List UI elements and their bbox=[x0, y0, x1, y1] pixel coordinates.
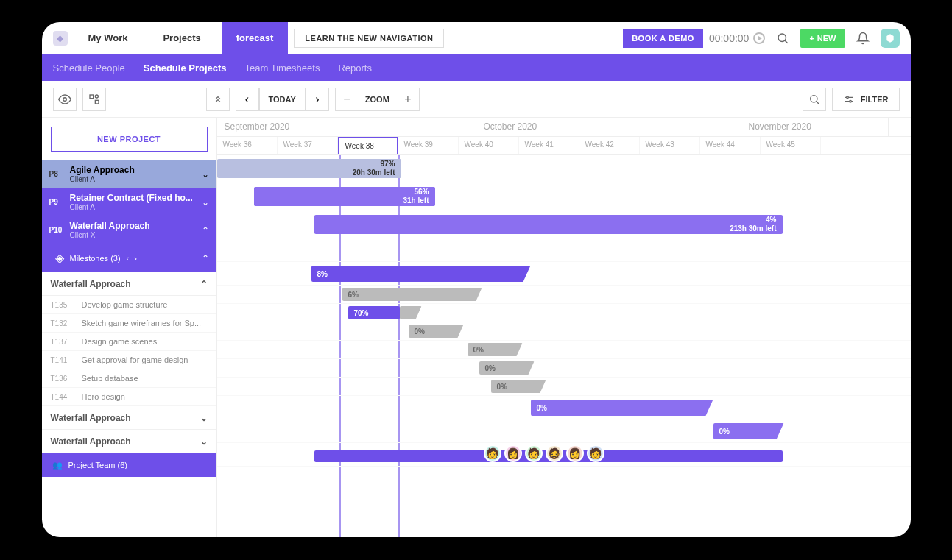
bar-percent: 0% bbox=[473, 346, 484, 354]
new-button[interactable]: +NEW bbox=[800, 29, 845, 48]
task-row[interactable]: T137Design game scenes bbox=[42, 333, 216, 351]
gantt-bar-tail[interactable] bbox=[400, 306, 422, 319]
bar-percent: 8% bbox=[317, 270, 328, 278]
gantt-row-phase: 0% bbox=[217, 419, 911, 443]
chevron-up-icon[interactable]: ⌃ bbox=[200, 279, 208, 289]
gantt-bar[interactable]: 4%213h 30m left bbox=[314, 215, 783, 234]
subnav-timesheets[interactable]: Team Timesheets bbox=[245, 63, 320, 74]
chevron-down-icon[interactable]: ⌄ bbox=[202, 197, 209, 208]
today-button[interactable]: TODAY bbox=[259, 88, 306, 111]
week-label[interactable]: Week 43 bbox=[640, 137, 700, 154]
task-id: T137 bbox=[51, 338, 74, 346]
gantt-row-task: 0% bbox=[217, 359, 911, 378]
task-id: T135 bbox=[51, 301, 74, 309]
week-label[interactable]: Week 37 bbox=[278, 137, 338, 154]
gantt-bar[interactable]: 0% bbox=[468, 343, 523, 356]
chevron-down-icon[interactable]: ⌄ bbox=[200, 436, 208, 447]
milestone-nav-icon[interactable]: ‹ › bbox=[127, 254, 138, 263]
eye-icon[interactable] bbox=[53, 88, 77, 111]
next-button[interactable]: › bbox=[306, 88, 329, 111]
gantt-bar[interactable]: 97%20h 30m left bbox=[217, 159, 401, 178]
nav-projects[interactable]: Projects bbox=[148, 22, 215, 54]
app-window: ◆ My Work Projects forecast LEARN THE NE… bbox=[42, 22, 911, 537]
team-avatar[interactable]: 🧑 bbox=[525, 444, 543, 462]
logo-icon[interactable]: ◆ bbox=[53, 31, 68, 46]
project-name: Waterfall Approach bbox=[70, 221, 202, 231]
week-label[interactable]: Week 38 bbox=[338, 137, 398, 154]
nav-forecast[interactable]: forecast bbox=[222, 22, 289, 54]
week-label[interactable]: Week 39 bbox=[398, 137, 459, 154]
chevron-up-icon[interactable]: ⌃ bbox=[202, 225, 209, 235]
search-icon[interactable] bbox=[771, 26, 794, 50]
gantt-bar[interactable]: 56%31h left bbox=[254, 187, 435, 206]
search-timeline-icon[interactable] bbox=[803, 88, 826, 111]
prev-button[interactable]: ‹ bbox=[236, 88, 259, 111]
phase-row[interactable]: Waterfall Approach⌃ bbox=[42, 272, 216, 296]
gantt-bar[interactable]: 0% bbox=[531, 400, 713, 416]
collapse-icon[interactable] bbox=[206, 88, 230, 111]
team-avatar[interactable]: 👩 bbox=[504, 444, 522, 462]
zoom-out-button[interactable]: − bbox=[336, 93, 358, 106]
task-row[interactable]: T132Sketch game wireframes for Sp... bbox=[42, 314, 216, 333]
task-id: T136 bbox=[51, 375, 74, 383]
phase-row[interactable]: Waterfall Approach⌄ bbox=[42, 406, 216, 430]
svg-line-1 bbox=[785, 40, 788, 43]
timer-display[interactable]: 00:00:00 bbox=[709, 32, 766, 44]
phase-row[interactable]: Waterfall Approach⌄ bbox=[42, 430, 216, 453]
chevron-up-icon[interactable]: ⌃ bbox=[202, 253, 209, 263]
task-name: Design game scenes bbox=[82, 337, 158, 346]
project-row-p9[interactable]: P9 Retainer Contract (Fixed ho...Client … bbox=[42, 188, 216, 216]
gantt-row-p10: 4%213h 30m left bbox=[217, 210, 911, 238]
gantt-bar[interactable]: 8% bbox=[311, 266, 531, 282]
svg-point-11 bbox=[849, 100, 851, 102]
week-label[interactable]: Week 42 bbox=[579, 137, 640, 154]
subnav-schedule-people[interactable]: Schedule People bbox=[53, 63, 125, 74]
chevron-down-icon[interactable]: ⌄ bbox=[202, 169, 209, 180]
gantt-bar[interactable]: 0% bbox=[713, 423, 784, 439]
learn-navigation-button[interactable]: LEARN THE NEW NAVIGATION bbox=[294, 29, 444, 48]
gantt-bar[interactable]: 6% bbox=[342, 288, 482, 301]
nav-my-work[interactable]: My Work bbox=[74, 22, 143, 54]
filter-button[interactable]: FILTER bbox=[832, 88, 900, 111]
gantt-bar[interactable]: 70% bbox=[348, 306, 400, 319]
week-label[interactable]: Week 45 bbox=[761, 137, 821, 154]
milestones-row[interactable]: ◈ Milestones (3) ‹ › ⌃ bbox=[42, 244, 216, 272]
gantt-bar[interactable]: 0% bbox=[491, 380, 546, 393]
book-demo-button[interactable]: BOOK A DEMO bbox=[623, 29, 703, 48]
gantt-bar[interactable]: 0% bbox=[479, 361, 535, 375]
timer-play-icon[interactable] bbox=[753, 32, 765, 44]
team-avatar[interactable]: 🧔 bbox=[546, 444, 563, 462]
chevron-down-icon[interactable]: ⌄ bbox=[200, 413, 208, 423]
bar-percent: 6% bbox=[348, 291, 359, 299]
subnav-schedule-projects[interactable]: Schedule Projects bbox=[144, 63, 227, 74]
task-name: Develop game structure bbox=[82, 300, 168, 309]
task-row[interactable]: T141Get approval for game design bbox=[42, 351, 216, 369]
project-row-p8[interactable]: P8 Agile ApproachClient A ⌄ bbox=[42, 160, 216, 188]
team-avatar[interactable]: 👩 bbox=[566, 444, 584, 462]
zoom-in-button[interactable]: + bbox=[397, 93, 419, 106]
layout-icon[interactable] bbox=[82, 88, 106, 111]
task-id: T132 bbox=[51, 319, 74, 327]
gantt-row-phase: 8% bbox=[217, 262, 911, 286]
task-row[interactable]: T144Hero design bbox=[42, 388, 216, 406]
new-project-button[interactable]: NEW PROJECT bbox=[51, 127, 208, 152]
task-row[interactable]: T135Develop game structure bbox=[42, 296, 216, 314]
week-label[interactable]: Week 36 bbox=[217, 137, 278, 154]
project-name: Agile Approach bbox=[70, 165, 202, 175]
gantt-bar[interactable]: 0% bbox=[409, 325, 464, 338]
user-avatar[interactable] bbox=[881, 29, 900, 48]
week-label[interactable]: Week 40 bbox=[459, 137, 519, 154]
month-label: November 2020 bbox=[741, 118, 889, 136]
subnav-reports[interactable]: Reports bbox=[338, 63, 372, 74]
timer-value: 00:00:00 bbox=[709, 32, 750, 44]
project-row-p10[interactable]: P10 Waterfall ApproachClient X ⌃ bbox=[42, 216, 216, 244]
task-row[interactable]: T136Setup database bbox=[42, 369, 216, 388]
week-label[interactable]: Week 41 bbox=[519, 137, 579, 154]
bar-time-left: 20h 30m left bbox=[353, 169, 395, 177]
week-label[interactable]: Week 44 bbox=[700, 137, 761, 154]
bell-icon[interactable] bbox=[851, 26, 875, 50]
team-avatar[interactable]: 🧑 bbox=[484, 444, 501, 462]
team-avatar[interactable]: 🧑 bbox=[587, 444, 604, 462]
project-team-row[interactable]: 👥Project Team (6) bbox=[42, 453, 216, 477]
month-label: October 2020 bbox=[476, 118, 741, 136]
